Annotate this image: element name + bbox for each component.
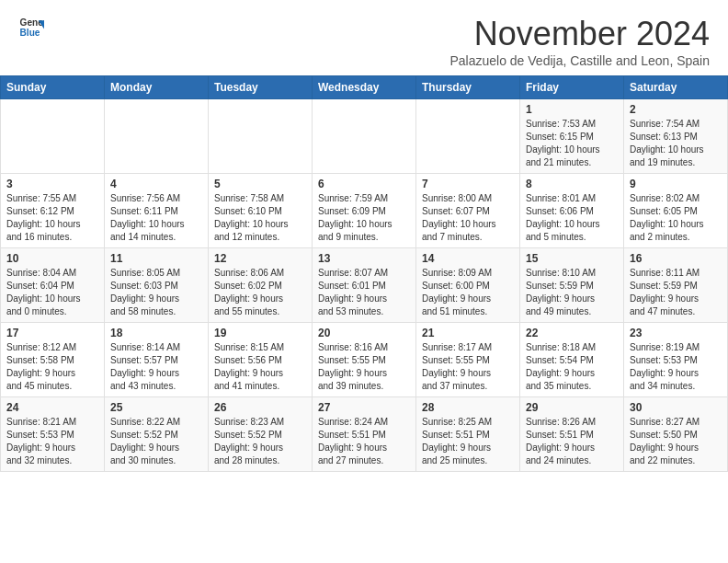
day-number: 29 <box>526 401 618 414</box>
day-number: 11 <box>110 252 202 265</box>
calendar-cell: 12Sunrise: 8:06 AM Sunset: 6:02 PM Dayli… <box>209 248 313 323</box>
calendar-cell: 22Sunrise: 8:18 AM Sunset: 5:54 PM Dayli… <box>520 323 624 397</box>
calendar-cell: 17Sunrise: 8:12 AM Sunset: 5:58 PM Dayli… <box>1 323 105 397</box>
day-number: 6 <box>318 178 410 190</box>
weekday-header-thursday: Thursday <box>416 76 520 99</box>
calendar-cell: 28Sunrise: 8:25 AM Sunset: 5:51 PM Dayli… <box>416 397 520 472</box>
calendar-cell: 11Sunrise: 8:05 AM Sunset: 6:03 PM Dayli… <box>105 248 209 323</box>
day-number: 9 <box>630 178 722 190</box>
calendar-cell: 26Sunrise: 8:23 AM Sunset: 5:52 PM Dayli… <box>209 397 313 472</box>
day-number: 13 <box>318 252 410 265</box>
calendar-cell <box>105 99 209 174</box>
calendar-cell: 6Sunrise: 7:59 AM Sunset: 6:09 PM Daylig… <box>313 174 416 248</box>
day-number: 23 <box>630 327 722 339</box>
day-number: 27 <box>318 401 410 414</box>
day-number: 4 <box>110 178 202 190</box>
day-info: Sunrise: 8:19 AM Sunset: 5:53 PM Dayligh… <box>630 341 722 393</box>
days-of-week-row: SundayMondayTuesdayWednesdayThursdayFrid… <box>1 76 728 99</box>
weekday-header-saturday: Saturday <box>624 76 728 99</box>
calendar-cell <box>209 99 313 174</box>
day-info: Sunrise: 8:04 AM Sunset: 6:04 PM Dayligh… <box>6 267 98 318</box>
day-number: 1 <box>526 103 618 116</box>
day-number: 10 <box>6 252 98 265</box>
day-number: 17 <box>6 327 98 339</box>
calendar-cell <box>416 99 520 174</box>
month-title: November 2024 <box>449 15 710 53</box>
day-number: 7 <box>422 178 514 190</box>
calendar-cell: 1Sunrise: 7:53 AM Sunset: 6:15 PM Daylig… <box>520 99 624 174</box>
day-info: Sunrise: 8:12 AM Sunset: 5:58 PM Dayligh… <box>6 341 98 393</box>
day-info: Sunrise: 7:54 AM Sunset: 6:13 PM Dayligh… <box>630 118 722 169</box>
day-number: 5 <box>214 178 306 190</box>
day-info: Sunrise: 8:16 AM Sunset: 5:55 PM Dayligh… <box>318 341 410 393</box>
calendar-cell: 24Sunrise: 8:21 AM Sunset: 5:53 PM Dayli… <box>1 397 105 472</box>
weekday-header-tuesday: Tuesday <box>209 76 313 99</box>
calendar-cell: 3Sunrise: 7:55 AM Sunset: 6:12 PM Daylig… <box>1 174 105 248</box>
calendar-cell: 29Sunrise: 8:26 AM Sunset: 5:51 PM Dayli… <box>520 397 624 472</box>
calendar-cell: 20Sunrise: 8:16 AM Sunset: 5:55 PM Dayli… <box>313 323 416 397</box>
day-info: Sunrise: 8:06 AM Sunset: 6:02 PM Dayligh… <box>214 267 306 318</box>
calendar-cell <box>313 99 416 174</box>
day-info: Sunrise: 8:23 AM Sunset: 5:52 PM Dayligh… <box>214 416 306 467</box>
weekday-header-sunday: Sunday <box>1 76 105 99</box>
day-info: Sunrise: 8:27 AM Sunset: 5:50 PM Dayligh… <box>630 416 722 467</box>
day-number: 18 <box>110 327 202 339</box>
calendar-cell: 5Sunrise: 7:58 AM Sunset: 6:10 PM Daylig… <box>209 174 313 248</box>
calendar-cell: 7Sunrise: 8:00 AM Sunset: 6:07 PM Daylig… <box>416 174 520 248</box>
day-info: Sunrise: 8:25 AM Sunset: 5:51 PM Dayligh… <box>422 416 514 467</box>
day-info: Sunrise: 8:21 AM Sunset: 5:53 PM Dayligh… <box>6 416 98 467</box>
calendar-table: SundayMondayTuesdayWednesdayThursdayFrid… <box>0 75 728 472</box>
weekday-header-monday: Monday <box>105 76 209 99</box>
calendar-cell: 4Sunrise: 7:56 AM Sunset: 6:11 PM Daylig… <box>105 174 209 248</box>
day-info: Sunrise: 8:17 AM Sunset: 5:55 PM Dayligh… <box>422 341 514 393</box>
calendar-header: SundayMondayTuesdayWednesdayThursdayFrid… <box>1 76 728 99</box>
calendar-cell: 27Sunrise: 8:24 AM Sunset: 5:51 PM Dayli… <box>313 397 416 472</box>
calendar-cell: 21Sunrise: 8:17 AM Sunset: 5:55 PM Dayli… <box>416 323 520 397</box>
day-number: 15 <box>526 252 618 265</box>
day-number: 21 <box>422 327 514 339</box>
logo-icon: General Blue <box>18 15 44 40</box>
calendar-cell: 18Sunrise: 8:14 AM Sunset: 5:57 PM Dayli… <box>105 323 209 397</box>
day-info: Sunrise: 8:14 AM Sunset: 5:57 PM Dayligh… <box>110 341 202 393</box>
weekday-header-wednesday: Wednesday <box>313 76 416 99</box>
day-info: Sunrise: 8:26 AM Sunset: 5:51 PM Dayligh… <box>526 416 618 467</box>
day-number: 20 <box>318 327 410 339</box>
calendar-cell: 30Sunrise: 8:27 AM Sunset: 5:50 PM Dayli… <box>624 397 728 472</box>
day-info: Sunrise: 8:10 AM Sunset: 5:59 PM Dayligh… <box>526 267 618 318</box>
calendar-week-2: 3Sunrise: 7:55 AM Sunset: 6:12 PM Daylig… <box>1 174 728 248</box>
day-number: 2 <box>630 103 722 116</box>
calendar-cell: 8Sunrise: 8:01 AM Sunset: 6:06 PM Daylig… <box>520 174 624 248</box>
day-info: Sunrise: 8:09 AM Sunset: 6:00 PM Dayligh… <box>422 267 514 318</box>
calendar-cell: 9Sunrise: 8:02 AM Sunset: 6:05 PM Daylig… <box>624 174 728 248</box>
day-info: Sunrise: 8:05 AM Sunset: 6:03 PM Dayligh… <box>110 267 202 318</box>
calendar-cell: 16Sunrise: 8:11 AM Sunset: 5:59 PM Dayli… <box>624 248 728 323</box>
day-number: 12 <box>214 252 306 265</box>
day-info: Sunrise: 8:11 AM Sunset: 5:59 PM Dayligh… <box>630 267 722 318</box>
calendar-cell: 10Sunrise: 8:04 AM Sunset: 6:04 PM Dayli… <box>1 248 105 323</box>
day-info: Sunrise: 8:01 AM Sunset: 6:06 PM Dayligh… <box>526 192 618 244</box>
day-number: 16 <box>630 252 722 265</box>
day-number: 8 <box>526 178 618 190</box>
calendar-cell: 2Sunrise: 7:54 AM Sunset: 6:13 PM Daylig… <box>624 99 728 174</box>
day-info: Sunrise: 8:18 AM Sunset: 5:54 PM Dayligh… <box>526 341 618 393</box>
day-info: Sunrise: 7:56 AM Sunset: 6:11 PM Dayligh… <box>110 192 202 244</box>
day-info: Sunrise: 8:07 AM Sunset: 6:01 PM Dayligh… <box>318 267 410 318</box>
day-number: 14 <box>422 252 514 265</box>
page-header: General Blue November 2024 Palazuelo de … <box>0 0 728 75</box>
day-info: Sunrise: 7:58 AM Sunset: 6:10 PM Dayligh… <box>214 192 306 244</box>
location: Palazuelo de Vedija, Castille and Leon, … <box>449 53 710 68</box>
calendar-cell: 19Sunrise: 8:15 AM Sunset: 5:56 PM Dayli… <box>209 323 313 397</box>
calendar-body: 1Sunrise: 7:53 AM Sunset: 6:15 PM Daylig… <box>1 99 728 472</box>
day-info: Sunrise: 8:15 AM Sunset: 5:56 PM Dayligh… <box>214 341 306 393</box>
day-number: 25 <box>110 401 202 414</box>
calendar-cell: 15Sunrise: 8:10 AM Sunset: 5:59 PM Dayli… <box>520 248 624 323</box>
day-number: 26 <box>214 401 306 414</box>
calendar-cell: 25Sunrise: 8:22 AM Sunset: 5:52 PM Dayli… <box>105 397 209 472</box>
weekday-header-friday: Friday <box>520 76 624 99</box>
day-info: Sunrise: 7:55 AM Sunset: 6:12 PM Dayligh… <box>6 192 98 244</box>
day-number: 22 <box>526 327 618 339</box>
svg-text:Blue: Blue <box>20 28 40 38</box>
day-info: Sunrise: 8:22 AM Sunset: 5:52 PM Dayligh… <box>110 416 202 467</box>
day-info: Sunrise: 7:59 AM Sunset: 6:09 PM Dayligh… <box>318 192 410 244</box>
day-info: Sunrise: 8:24 AM Sunset: 5:51 PM Dayligh… <box>318 416 410 467</box>
